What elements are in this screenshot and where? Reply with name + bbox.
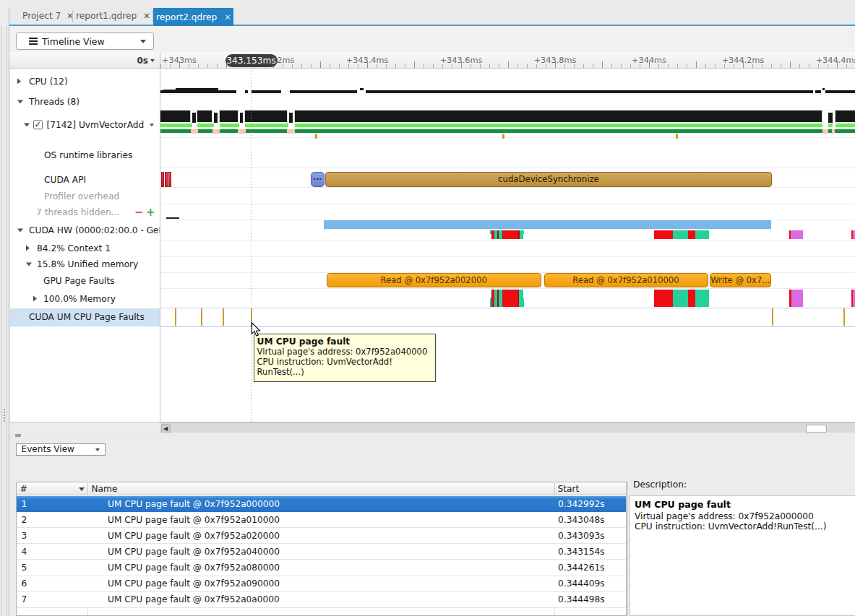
- gpu-memory-transfer-segment[interactable]: [654, 230, 674, 239]
- sidebar-item-cpu-12-[interactable]: CPU (12): [10, 72, 160, 90]
- tab-close-icon[interactable]: ✕: [141, 11, 152, 21]
- ruler-minor-tick: [452, 64, 452, 68]
- sidebar-item-threads-8-[interactable]: Threads (8): [10, 92, 160, 110]
- table-row[interactable]: 3UM CPU page fault @ 0x7f952a0200000.343…: [17, 528, 626, 544]
- table-row[interactable]: 4UM CPU page fault @ 0x7f952a0400000.343…: [17, 544, 626, 560]
- gpu-memory-transfer-segment[interactable]: [791, 230, 803, 239]
- collapse-arrow-icon[interactable]: [17, 228, 23, 232]
- unified-memory-transfer-segment[interactable]: [523, 298, 525, 307]
- sidebar-item-7-threads-hidden-[interactable]: 7 threads hidden...−+: [10, 203, 160, 221]
- ruler-minor-tick: [198, 64, 199, 68]
- tab-project-7[interactable]: Project 7✕: [20, 8, 72, 25]
- cuda-kernel-bar[interactable]: [324, 220, 771, 229]
- sidebar-item-cuda-api[interactable]: CUDA API: [10, 170, 160, 188]
- thread-options-caret-icon[interactable]: [150, 123, 154, 126]
- cpu-utilization-chart[interactable]: [160, 90, 855, 93]
- unified-memory-transfer-segment[interactable]: [673, 290, 688, 307]
- ruler-origin-label[interactable]: 0s: [137, 56, 149, 66]
- ruler-minor-tick: [762, 64, 762, 68]
- collapse-arrow-icon[interactable]: [26, 263, 32, 266]
- thread-visibility-checkbox[interactable]: ✓: [33, 120, 43, 129]
- um-cpu-page-fault-tick[interactable]: [772, 308, 773, 326]
- tab-close-icon[interactable]: ✕: [64, 11, 72, 21]
- cuda-api-call-bar[interactable]: [161, 172, 165, 187]
- show-more-threads-button[interactable]: +: [146, 206, 155, 219]
- events-view-dropdown[interactable]: Events View: [16, 443, 106, 456]
- gpu-memory-transfer-segment[interactable]: [673, 230, 688, 239]
- tooltip-title: UM CPU page fault: [257, 337, 432, 347]
- sidebar-item-cuda-hw-0000-02-00-0-gef[interactable]: CUDA HW (0000:02:00.0 - GeF: [10, 221, 160, 239]
- column-divider[interactable]: [87, 483, 88, 495]
- um-cpu-page-fault-tick[interactable]: [223, 308, 224, 326]
- unified-memory-transfer-segment[interactable]: [654, 290, 674, 307]
- panel-splitter[interactable]: [9, 433, 855, 438]
- scrollbar-left-arrow[interactable]: ◀: [161, 424, 171, 433]
- expand-arrow-icon[interactable]: [26, 245, 30, 251]
- ruler-minor-tick: [283, 64, 283, 68]
- sidebar-item-gpu-page-faults[interactable]: GPU Page Faults: [10, 272, 160, 290]
- collapse-arrow-icon[interactable]: [17, 100, 23, 103]
- view-selector-dropdown[interactable]: Timeline View: [16, 32, 154, 50]
- sidebar-item-84-2-context-1[interactable]: 84.2% Context 1: [10, 239, 160, 257]
- chevron-down-icon: [140, 40, 146, 43]
- os-runtime-event-tick[interactable]: [315, 134, 317, 139]
- table-row[interactable]: 5UM CPU page fault @ 0x7f952a0800000.344…: [17, 560, 626, 576]
- table-row[interactable]: 1UM CPU page fault @ 0x7f952a0000000.342…: [17, 496, 626, 512]
- timeline-horizontal-scrollbar[interactable]: ◀: [160, 422, 855, 433]
- unified-memory-transfer-segment[interactable]: [791, 290, 804, 307]
- column-header-num[interactable]: #: [20, 484, 27, 494]
- sidebar-item-cuda-um-cpu-page-faults[interactable]: CUDA UM CPU Page Faults: [10, 308, 160, 327]
- gpu-memory-transfer-segment[interactable]: [523, 230, 525, 234]
- table-row[interactable]: 2UM CPU page fault @ 0x7f952a0100000.343…: [17, 512, 626, 528]
- gpu-memory-transfer-segment[interactable]: [695, 230, 709, 239]
- column-header-start[interactable]: Start: [558, 484, 580, 494]
- collapse-arrow-icon[interactable]: [24, 123, 30, 127]
- table-row[interactable]: 6UM CPU page fault @ 0x7f952a0900000.344…: [17, 576, 626, 592]
- show-fewer-threads-button[interactable]: −: [134, 206, 144, 219]
- cpu-utilization-gap: [281, 90, 290, 93]
- thread-state-strip[interactable]: [160, 129, 855, 134]
- os-runtime-event-tick[interactable]: [502, 134, 504, 139]
- um-cpu-page-fault-tick[interactable]: [843, 308, 845, 326]
- tooltip-line: RunTest(...): [257, 367, 432, 377]
- unified-memory-transfer-segment[interactable]: [695, 290, 709, 307]
- thread-sampling-band[interactable]: [160, 110, 855, 123]
- timeline-ruler[interactable]: 0s +343ms+343.2ms+343.4ms+343.6ms+343.8m…: [9, 52, 855, 69]
- expand-arrow-icon[interactable]: [33, 296, 37, 302]
- scrollbar-thumb[interactable]: [806, 425, 827, 433]
- sidebar-item-100-0-memory[interactable]: 100.0% Memory: [10, 290, 160, 308]
- gpu-memory-transfer-segment[interactable]: [688, 230, 696, 239]
- event-name: UM CPU page fault @ 0x7f952a080000: [108, 563, 280, 573]
- sidebar-item--7142-uvmvectoradd[interactable]: ✓[7142] UvmVectorAdd: [10, 116, 160, 134]
- expand-arrow-icon[interactable]: [17, 78, 21, 84]
- gpu-page-fault-bar[interactable]: Write @ 0x7...: [710, 273, 771, 288]
- ruler-minor-tick: [489, 64, 490, 68]
- column-divider[interactable]: [554, 483, 555, 495]
- gpu-memory-transfer-segment[interactable]: [503, 230, 518, 239]
- tab-report2-qdrep[interactable]: report2.qdrep✕: [153, 8, 233, 27]
- sidebar-item-os-runtime-libraries[interactable]: OS runtime libraries: [10, 146, 160, 164]
- thread-state-running-strip[interactable]: [160, 123, 855, 128]
- table-row[interactable]: 7UM CPU page fault @ 0x7f952a0a00000.344…: [17, 592, 626, 608]
- cuda-api-collapsed-chip[interactable]: ...: [311, 172, 325, 187]
- cuda-api-sync-bar[interactable]: cudaDeviceSynchronize: [325, 172, 773, 187]
- um-cpu-page-fault-tick[interactable]: [201, 308, 202, 326]
- column-header-name[interactable]: Name: [92, 484, 118, 494]
- gpu-page-fault-bar[interactable]: Read @ 0x7f952a002000: [327, 273, 541, 288]
- ruler-minor-tick: [433, 64, 434, 68]
- unified-memory-transfer-segment[interactable]: [502, 290, 518, 307]
- um-cpu-page-fault-tick[interactable]: [175, 308, 176, 326]
- unified-memory-transfer-segment[interactable]: [688, 290, 696, 307]
- cuda-api-call-bar[interactable]: [168, 172, 172, 187]
- cuda-api-call-bar[interactable]: [165, 172, 168, 187]
- ruler-minor-tick: [471, 64, 471, 68]
- ruler-minor-tick: [358, 64, 358, 68]
- page-fault-tooltip: UM CPU page fault Virtual page's address…: [254, 334, 436, 382]
- sidebar-item-profiler-overhead[interactable]: Profiler overhead: [10, 187, 160, 205]
- os-runtime-event-tick[interactable]: [676, 134, 678, 139]
- tab-report1-qdrep[interactable]: report1.qdrep✕: [73, 8, 152, 25]
- sidebar-item-15-8-unified-memory[interactable]: 15.8% Unified memory: [10, 255, 160, 273]
- tab-close-icon[interactable]: ✕: [222, 12, 233, 22]
- thread-band-inner-bar: [828, 113, 833, 123]
- gpu-page-fault-bar[interactable]: Read @ 0x7f952a010000: [544, 273, 708, 288]
